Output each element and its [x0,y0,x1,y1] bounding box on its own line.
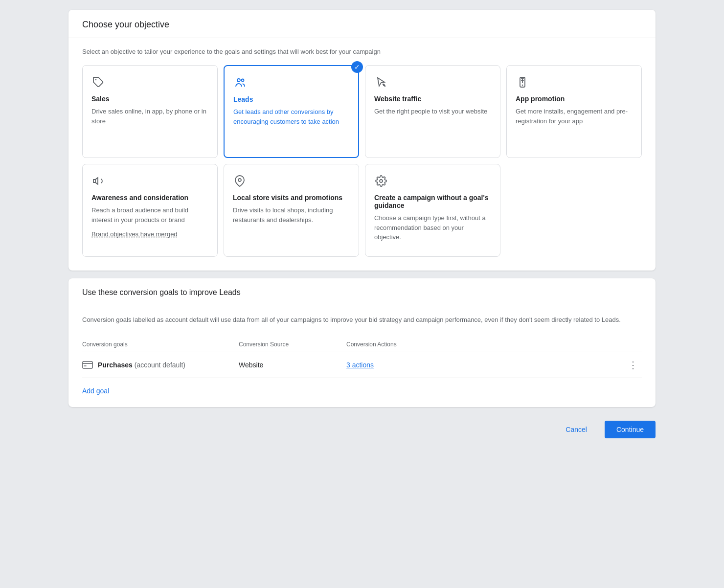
col-header-actions: Conversion Actions [346,341,642,348]
objective-local-store[interactable]: Local store visits and promotions Drive … [224,164,359,257]
brand-objectives-link[interactable]: Brand objectives have merged [91,230,208,238]
top-card: Choose your objective Select an objectiv… [68,10,656,271]
page-title: Choose your objective [82,20,642,30]
svg-point-11 [380,180,383,182]
continue-button[interactable]: Continue [605,421,656,438]
empty-slot [506,164,642,257]
col-header-goals: Conversion goals [82,341,239,348]
card-body: Select an objective to tailor your exper… [68,38,656,271]
website-traffic-title: Website traffic [374,95,491,103]
table-row: Purchases (account default) Website 3 ac… [82,352,642,378]
local-store-title: Local store visits and promotions [233,194,350,202]
svg-point-10 [238,179,241,181]
footer-bar: Cancel Continue [68,415,656,442]
leads-desc: Get leads and other conversions by encou… [233,107,349,126]
cancel-button[interactable]: Cancel [554,421,599,438]
objective-sales[interactable]: Sales Drive sales online, in app, by pho… [82,65,218,158]
actions-link[interactable]: 3 actions [346,361,374,369]
goal-cell: Purchases (account default) [82,361,239,369]
no-goal-desc: Choose a campaign type first, without a … [374,213,491,242]
source-value: Website [239,361,263,369]
objective-no-goal[interactable]: Create a campaign without a goal's guida… [365,164,500,257]
source-cell: Website [239,361,346,369]
conversion-description: Conversion goals labelled as account def… [82,315,642,325]
megaphone-icon [91,174,105,188]
app-promotion-title: App promotion [516,95,633,103]
credit-card-icon [82,361,93,369]
col-header-source: Conversion Source [239,341,346,348]
sales-title: Sales [91,95,208,103]
people-icon [233,76,247,90]
leads-title: Leads [233,95,349,103]
objective-website-traffic[interactable]: Website traffic Get the right people to … [365,65,500,158]
no-goal-title: Create a campaign without a goal's guida… [374,194,491,209]
card-header: Choose your objective [68,10,656,38]
cursor-icon [374,75,388,89]
objectives-row2: Awareness and consideration Reach a broa… [82,164,642,257]
subtitle-text: Select an objective to tailor your exper… [82,48,642,55]
svg-point-1 [237,79,240,82]
local-store-desc: Drive visits to local shops, including r… [233,205,350,225]
website-traffic-desc: Get the right people to visit your websi… [374,107,491,116]
conversion-card-body: Conversion goals labelled as account def… [68,305,656,407]
actions-cell: 3 actions ⋮ [346,359,642,371]
svg-point-2 [242,79,244,82]
more-options-icon[interactable]: ⋮ [628,359,638,371]
phone-icon [516,75,529,89]
objective-leads[interactable]: ✓ Leads Get leads and other conversions … [224,65,359,158]
add-goal-button[interactable]: Add goal [82,387,109,395]
svg-rect-12 [83,362,92,368]
objectives-row1: Sales Drive sales online, in app, by pho… [82,65,642,158]
awareness-desc: Reach a broad audience and build interes… [91,205,208,225]
location-icon [233,174,247,188]
conversion-section-title: Use these conversion goals to improve Le… [82,288,642,297]
conversion-card-header: Use these conversion goals to improve Le… [68,278,656,305]
app-promotion-desc: Get more installs, engagement and pre-re… [516,107,633,126]
table-header: Conversion goals Conversion Source Conve… [82,337,642,352]
tag-icon [91,75,105,89]
conversion-card: Use these conversion goals to improve Le… [68,278,656,407]
awareness-title: Awareness and consideration [91,194,208,202]
gear-icon [374,174,388,188]
sales-desc: Drive sales online, in app, by phone or … [91,107,208,126]
objective-app-promotion[interactable]: App promotion Get more installs, engagem… [506,65,642,158]
objective-awareness[interactable]: Awareness and consideration Reach a broa… [82,164,218,257]
selected-checkmark: ✓ [351,61,363,73]
purchases-label: Purchases (account default) [98,361,185,369]
